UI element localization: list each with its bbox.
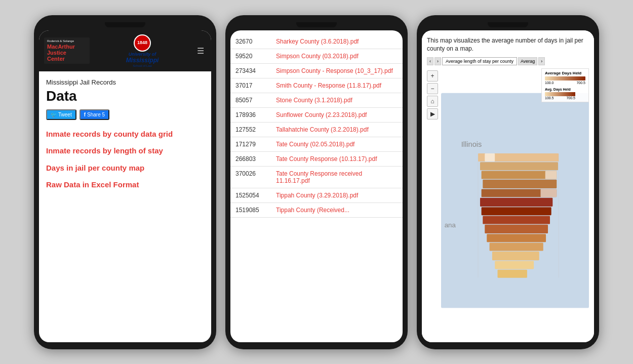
- logo-macarthur: MacArthur: [47, 44, 87, 50]
- nav-link-raw-data[interactable]: Raw Data in Excel Format: [46, 180, 204, 190]
- svg-rect-13: [490, 243, 543, 251]
- facebook-share-button[interactable]: f Share 5: [80, 109, 109, 120]
- phone-3-screen: This map visualizes the average number o…: [422, 30, 594, 342]
- svg-rect-18: [545, 171, 557, 179]
- file-id: 370026: [230, 166, 271, 188]
- file-id: 37017: [230, 78, 271, 93]
- map-description: This map visualizes the average number o…: [427, 36, 589, 54]
- table-row[interactable]: 171279 Tate County (02.05.2018).pdf: [230, 137, 403, 151]
- logo-justice: Justice: [47, 50, 87, 56]
- phone-notch-1: [105, 22, 145, 27]
- home-button[interactable]: ⌂: [427, 96, 438, 107]
- map-view: This map visualizes the average number o…: [422, 30, 594, 342]
- university-logo: 1848 University of Mississippi School of…: [94, 34, 191, 67]
- file-name[interactable]: Simpson County - Response (10_3_17).pdf: [271, 63, 403, 78]
- file-name[interactable]: Tippah County (Received...: [271, 203, 403, 217]
- table-row[interactable]: 178936 Sunflower County (2.23.2018).pdf: [230, 107, 403, 122]
- file-name[interactable]: Sunflower County (2.23.2018).pdf: [271, 107, 403, 122]
- data-table-container[interactable]: 32670 Sharkey County (3.6.2018).pdf 5952…: [230, 30, 403, 342]
- nav-link-inmate-county[interactable]: Inmate records by county data grid: [46, 129, 204, 139]
- file-id: 1519085: [230, 203, 271, 217]
- file-name[interactable]: Tate County (02.05.2018).pdf: [271, 137, 403, 151]
- app-header: Roderick & Solange MacArthur Justice Cen…: [39, 30, 211, 71]
- svg-rect-8: [480, 198, 552, 207]
- table-row[interactable]: 1525054 Tippah County (3.29.2018).pdf: [230, 188, 403, 203]
- logo-line1: Roderick & Solange: [47, 39, 87, 43]
- file-name[interactable]: Tallahatchie County (3.2.2018).pdf: [271, 122, 403, 137]
- legend-labels: 100.0 700.5: [545, 81, 585, 85]
- twitter-icon: 🐦: [51, 112, 57, 117]
- svg-rect-16: [497, 270, 527, 278]
- legend2-title: Avg. Days Held: [545, 88, 585, 91]
- phone-1: Roderick & Solange MacArthur Justice Cen…: [34, 15, 216, 349]
- tab-overflow-label[interactable]: Averag: [518, 57, 537, 65]
- map-visual: Average Days Held 100.0 700.5 Avg. Days …: [441, 68, 589, 333]
- facebook-icon: f: [84, 112, 86, 117]
- svg-rect-10: [483, 216, 550, 224]
- legend-title: Average Days Held: [545, 71, 585, 75]
- table-row[interactable]: 59520 Simpson County (03.2018).pdf: [230, 49, 403, 63]
- page-body: Mississippi Jail Records Data 🐦 Tweet f …: [39, 71, 211, 342]
- file-name[interactable]: Tate County Response received 11.16.17.p…: [271, 166, 403, 188]
- legend-box2: Avg. Days Held 100.5 700.5: [545, 88, 585, 100]
- table-row[interactable]: 127552 Tallahatchie County (3.2.2018).pd…: [230, 122, 403, 137]
- table-row[interactable]: 37017 Smith County - Response (11.8.17).…: [230, 78, 403, 93]
- file-id: 178936: [230, 107, 271, 122]
- file-id: 32670: [230, 34, 271, 49]
- svg-rect-19: [540, 189, 557, 197]
- hamburger-menu-icon[interactable]: ☰: [195, 44, 206, 58]
- svg-rect-9: [482, 207, 551, 215]
- svg-rect-14: [492, 252, 539, 260]
- file-name[interactable]: Tippah County (3.29.2018).pdf: [271, 188, 403, 203]
- file-name[interactable]: Smith County - Response (11.8.17).pdf: [271, 78, 403, 93]
- svg-text:ana: ana: [445, 221, 456, 229]
- phone-2: 32670 Sharkey County (3.6.2018).pdf 5952…: [225, 15, 408, 349]
- table-row[interactable]: 85057 Stone County (3.1.2018).pdf: [230, 93, 403, 107]
- tab-next-button[interactable]: ›: [434, 57, 441, 65]
- file-id: 273434: [230, 63, 271, 78]
- table-row[interactable]: 370026 Tate County Response received 11.…: [230, 166, 403, 188]
- legend-box: Average Days Held 100.0 700.5 Avg. Days …: [541, 68, 589, 102]
- file-id: 266803: [230, 151, 271, 166]
- map-tabs: ‹ › Average length of stay per county Av…: [427, 57, 589, 65]
- tweet-button[interactable]: 🐦 Tweet: [46, 109, 76, 120]
- file-id: 85057: [230, 93, 271, 107]
- file-id: 1525054: [230, 188, 271, 203]
- svg-rect-12: [487, 234, 546, 242]
- svg-rect-11: [485, 225, 548, 233]
- tab-more-button[interactable]: ›: [538, 57, 545, 65]
- macarthur-logo: Roderick & Solange MacArthur Justice Cen…: [44, 37, 90, 63]
- svg-rect-6: [483, 180, 557, 188]
- file-id: 59520: [230, 49, 271, 63]
- active-tab-label[interactable]: Average length of stay per county: [442, 57, 517, 65]
- page-subtitle: Mississippi Jail Records: [46, 78, 204, 86]
- map-controls: + − ⌂ ▶: [427, 68, 438, 333]
- file-id: 171279: [230, 137, 271, 151]
- phone-1-screen: Roderick & Solange MacArthur Justice Cen…: [39, 30, 211, 342]
- play-button[interactable]: ▶: [427, 108, 438, 119]
- table-row[interactable]: 1519085 Tippah County (Received...: [230, 203, 403, 217]
- table-row[interactable]: 32670 Sharkey County (3.6.2018).pdf: [230, 34, 403, 49]
- legend-gradient: [545, 76, 585, 80]
- univ-sub: School of Law: [133, 64, 152, 67]
- phone-2-screen: 32670 Sharkey County (3.6.2018).pdf 5952…: [230, 30, 403, 342]
- file-name[interactable]: Simpson County (03.2018).pdf: [271, 49, 403, 63]
- nav-link-days-map[interactable]: Days in jail per county map: [46, 163, 204, 173]
- zoom-out-button[interactable]: −: [427, 83, 438, 94]
- table-row[interactable]: 273434 Simpson County - Response (10_3_1…: [230, 63, 403, 78]
- legend2-gradient: [545, 92, 575, 96]
- phone-notch-3: [488, 22, 528, 27]
- table-row[interactable]: 266803 Tate County Response (10.13.17).p…: [230, 151, 403, 166]
- tab-prev-button[interactable]: ‹: [427, 57, 433, 65]
- logo-center: Center: [47, 56, 87, 62]
- phone-notch-2: [296, 22, 337, 27]
- nav-link-inmate-length[interactable]: Inmate records by length of stay: [46, 146, 204, 156]
- page-title: Data: [46, 88, 204, 104]
- file-name[interactable]: Sharkey County (3.6.2018).pdf: [271, 34, 403, 49]
- zoom-in-button[interactable]: +: [427, 70, 438, 82]
- county-files-table: 32670 Sharkey County (3.6.2018).pdf 5952…: [230, 34, 403, 218]
- phone-3: This map visualizes the average number o…: [417, 15, 599, 349]
- svg-rect-4: [480, 162, 558, 170]
- file-name[interactable]: Stone County (3.1.2018).pdf: [271, 93, 403, 107]
- file-name[interactable]: Tate County Response (10.13.17).pdf: [271, 151, 403, 166]
